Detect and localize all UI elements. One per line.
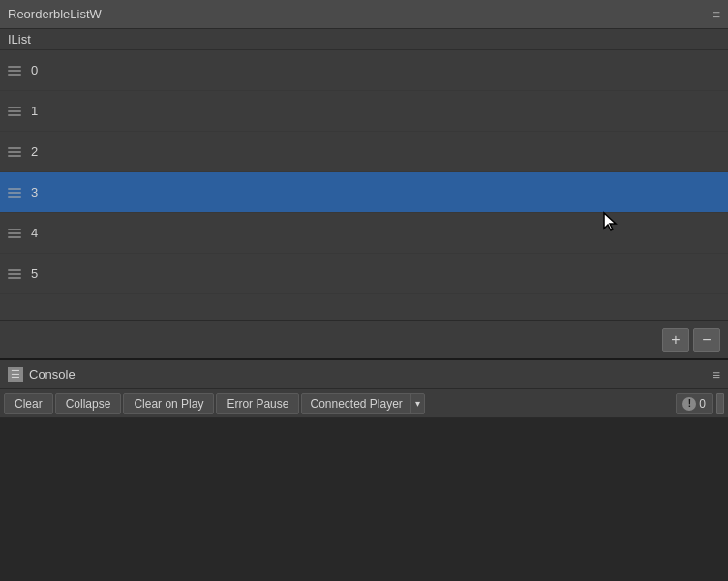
item-label-1: 1 [31,104,38,118]
console-title-left: ☰ Console [8,367,76,382]
resize-handle[interactable] [716,393,724,414]
list-item[interactable]: 4 [0,213,728,254]
connected-player-button[interactable]: Connected Player [302,394,410,413]
console-title-bar: ☰ Console ≡ [0,360,728,389]
warning-badge[interactable]: ! 0 [676,393,713,414]
list-footer: + − [0,320,728,358]
warning-count: 0 [699,397,706,411]
console-title: Console [29,367,76,382]
warning-icon: ! [682,397,696,411]
panel-title-bar: ReorderbleListW ≡ [0,0,728,29]
add-item-button[interactable]: + [662,328,689,352]
console-menu-icon[interactable]: ≡ [713,367,720,382]
top-panel: ReorderbleListW ≡ IList 0 1 [0,0,728,358]
item-label-0: 0 [31,63,38,77]
drag-handle-2 [8,147,21,157]
item-label-2: 2 [31,144,38,159]
list-item[interactable]: 0 [0,50,728,91]
list-content: 0 1 2 3 [0,50,728,320]
drag-handle-4 [8,229,21,238]
panel-menu-icon[interactable]: ≡ [713,7,720,22]
drag-handle-0 [8,66,21,76]
item-label-5: 5 [31,266,38,281]
item-label-4: 4 [31,226,38,240]
list-item[interactable]: 5 [0,254,728,294]
console-icon: ☰ [8,367,23,382]
panel-title: ReorderbleListW [8,7,102,21]
item-label-3: 3 [31,185,38,199]
drag-handle-3 [8,188,21,198]
error-pause-button[interactable]: Error Pause [216,393,299,414]
clear-button[interactable]: Clear [4,393,53,414]
connected-player-arrow[interactable]: ▾ [411,394,424,413]
list-item[interactable]: 1 [0,91,728,132]
list-header: IList [0,29,728,50]
list-item-selected[interactable]: 3 [0,172,728,213]
remove-item-button[interactable]: − [693,328,720,352]
console-body [0,418,728,581]
toolbar-right: ! 0 [676,393,724,414]
console-toolbar: Clear Collapse Clear on Play Error Pause… [0,389,728,418]
list-item[interactable]: 2 [0,132,728,172]
clear-on-play-button[interactable]: Clear on Play [123,393,214,414]
drag-handle-5 [8,269,21,279]
list-header-label: IList [8,32,31,46]
collapse-button[interactable]: Collapse [55,393,122,414]
connected-player-dropdown[interactable]: Connected Player ▾ [301,393,424,414]
drag-handle-1 [8,107,21,116]
console-panel: ☰ Console ≡ Clear Collapse Clear on Play… [0,358,728,581]
